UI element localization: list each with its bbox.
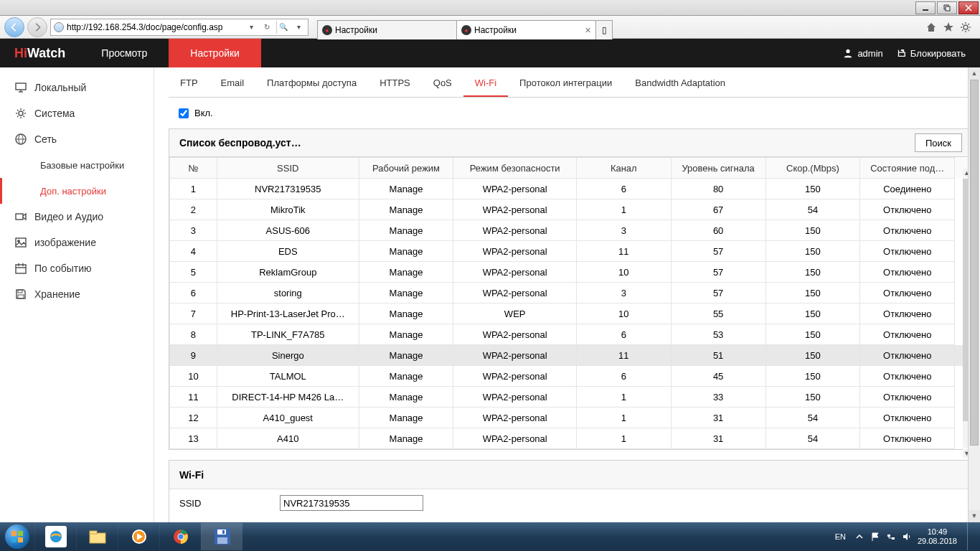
- sidebar: Локальный Система Сеть Базовые настройки…: [0, 67, 154, 522]
- enable-checkbox[interactable]: [179, 108, 189, 118]
- sidebar-item-system[interactable]: Система: [0, 100, 154, 126]
- favorites-icon[interactable]: [943, 22, 954, 33]
- table-row[interactable]: 4EDSManageWPA2-personal1157150Отключено: [170, 241, 972, 262]
- tray-up-icon[interactable]: [854, 532, 864, 542]
- sidebar-item-image[interactable]: изображение: [0, 230, 154, 255]
- page-scroll-up[interactable]: ▲: [969, 67, 980, 80]
- close-tab-icon[interactable]: ✕: [585, 26, 591, 35]
- svg-rect-12: [16, 265, 26, 273]
- home-icon[interactable]: [925, 22, 937, 33]
- maximize-button[interactable]: [937, 1, 957, 14]
- subtab-email[interactable]: Email: [209, 70, 256, 97]
- table-row[interactable]: 2MikroTikManageWPA2-personal16754Отключе…: [170, 199, 972, 220]
- taskbar-ie[interactable]: [34, 523, 76, 550]
- taskbar-chrome[interactable]: [159, 523, 201, 550]
- col-no[interactable]: №: [170, 158, 217, 179]
- table-row[interactable]: 9SinergoManageWPA2-personal1151150Отключ…: [170, 345, 972, 366]
- table-row[interactable]: 8TP-LINK_F7A785ManageWPA2-personal653150…: [170, 324, 972, 345]
- col-ssid[interactable]: SSID: [217, 158, 359, 179]
- subtab-wifi[interactable]: Wi-Fi: [463, 70, 508, 97]
- svg-rect-18: [18, 537, 23, 542]
- svg-rect-29: [217, 537, 227, 544]
- table-row[interactable]: 10TALMOLManageWPA2-personal645150Отключе…: [170, 366, 972, 387]
- col-signal[interactable]: Уровень сигнала: [671, 158, 765, 179]
- new-tab-button[interactable]: ▯: [595, 20, 613, 39]
- clock[interactable]: 10:49 29.08.2018: [918, 527, 957, 546]
- forward-button[interactable]: [27, 17, 47, 37]
- save-icon: [14, 288, 27, 301]
- url-input[interactable]: [67, 22, 242, 32]
- user-menu[interactable]: admin: [843, 48, 882, 59]
- search-icon[interactable]: 🔍: [276, 21, 289, 34]
- windows-icon: [5, 524, 29, 549]
- wireless-list-title: Список беспровод.уст…: [179, 137, 301, 149]
- refresh-icon[interactable]: ↻: [260, 21, 273, 34]
- tools-icon[interactable]: [960, 22, 971, 33]
- sidebar-item-network[interactable]: Сеть: [0, 126, 154, 152]
- subtab-bandwidth[interactable]: Bandwidth Adaptation: [623, 70, 737, 97]
- table-row[interactable]: 7HP-Print-13-LaserJet Pro…ManageWEP10551…: [170, 303, 972, 324]
- subtab-https[interactable]: HTTPS: [368, 70, 422, 97]
- tray-network-icon[interactable]: [886, 532, 896, 542]
- sidebar-item-basic[interactable]: Базовые настройки: [0, 152, 154, 178]
- tray-flag-icon[interactable]: [870, 532, 880, 542]
- page-scroll-thumb[interactable]: [970, 80, 979, 446]
- page-scrollbar[interactable]: ▲ ▼: [968, 67, 980, 522]
- table-row[interactable]: 12A410_guestManageWPA2-personal13154Откл…: [170, 408, 972, 428]
- search-button[interactable]: Поиск: [915, 133, 962, 152]
- tab-title: Настройки: [474, 25, 517, 35]
- taskbar: EN 10:49 29.08.2018: [0, 522, 980, 551]
- table-row[interactable]: 3ASUS-606ManageWPA2-personal360150Отключ…: [170, 220, 972, 241]
- monitor-icon: [14, 81, 27, 94]
- sidebar-item-advanced[interactable]: Доп. настройки: [0, 178, 154, 204]
- topnav-settings[interactable]: Настройки: [169, 39, 261, 67]
- search-dropdown-icon[interactable]: ▾: [292, 21, 305, 34]
- sidebar-item-storage[interactable]: Хранение: [0, 281, 154, 307]
- lock-button[interactable]: Блокировать: [896, 48, 966, 59]
- wireless-table-wrap: № SSID Рабочий режим Режим безопасности …: [169, 157, 973, 450]
- subtab-qos[interactable]: QoS: [422, 70, 463, 97]
- table-row[interactable]: 6storingManageWPA2-personal357150Отключе…: [170, 283, 972, 303]
- show-desktop-button[interactable]: [967, 523, 976, 550]
- time: 10:49: [918, 527, 957, 537]
- subtab-integration[interactable]: Протокол интеграции: [508, 70, 623, 97]
- language-indicator[interactable]: EN: [832, 531, 849, 542]
- sidebar-item-event[interactable]: По событию: [0, 255, 154, 281]
- wireless-list-panel: Список беспровод.уст… Поиск № SSID Рабоч…: [169, 128, 973, 450]
- back-button[interactable]: [4, 17, 24, 37]
- svg-rect-0: [923, 9, 928, 11]
- col-security[interactable]: Режим безопасности: [453, 158, 576, 179]
- camera-icon: [14, 210, 27, 223]
- topnav-view[interactable]: Просмотр: [80, 39, 169, 67]
- taskbar-media[interactable]: [118, 523, 159, 550]
- page-scroll-down[interactable]: ▼: [969, 510, 980, 522]
- table-row[interactable]: 13A410ManageWPA2-personal13154Отключено: [170, 428, 972, 449]
- subtab-ftp[interactable]: FTP: [169, 70, 209, 97]
- close-window-button[interactable]: [958, 1, 979, 14]
- sidebar-item-local[interactable]: Локальный: [0, 75, 154, 100]
- col-channel[interactable]: Канал: [576, 158, 671, 179]
- subtab-platform[interactable]: Платформы доступа: [255, 70, 368, 97]
- tray-volume-icon[interactable]: [902, 532, 912, 542]
- address-bar[interactable]: ▾ ↻ 🔍 ▾: [50, 19, 308, 36]
- table-row[interactable]: 11DIRECT-14-HP M426 La…ManageWPA2-person…: [170, 387, 972, 408]
- taskbar-save-app[interactable]: [201, 523, 242, 550]
- calendar-icon: [14, 262, 27, 275]
- start-button[interactable]: [0, 522, 34, 551]
- svg-point-4: [847, 50, 850, 53]
- sidebar-item-video[interactable]: Видео и Аудио: [0, 204, 154, 230]
- col-speed[interactable]: Скор.(Mbps): [765, 158, 860, 179]
- ssid-label: SSID: [179, 498, 273, 509]
- svg-rect-16: [18, 531, 23, 536]
- browser-tab-1[interactable]: ● Настройки: [317, 20, 457, 39]
- minimize-button[interactable]: [915, 1, 936, 14]
- svg-point-26: [178, 534, 183, 540]
- table-row[interactable]: 1NVR217319535ManageWPA2-personal680150Со…: [170, 179, 972, 199]
- col-status[interactable]: Состояние под…: [860, 158, 955, 179]
- ssid-input[interactable]: [280, 495, 423, 511]
- col-mode[interactable]: Рабочий режим: [359, 158, 453, 179]
- table-row[interactable]: 5ReklamGroupManageWPA2-personal1057150От…: [170, 262, 972, 283]
- browser-tab-2[interactable]: ● Настройки ✕: [456, 20, 596, 39]
- url-dropdown-icon[interactable]: ▾: [245, 21, 258, 34]
- taskbar-explorer[interactable]: [76, 523, 118, 550]
